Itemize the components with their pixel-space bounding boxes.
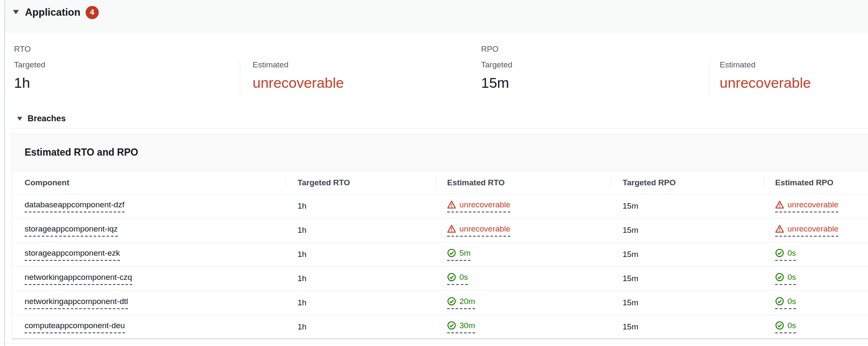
status-text: 30m (459, 321, 475, 330)
estimated-rto-status[interactable]: 0s (447, 273, 468, 285)
targeted-rto-cell: 1h (286, 194, 435, 218)
estimated-rto-status[interactable]: 5m (447, 248, 470, 261)
rto-targeted-stat: Targeted 1h (14, 60, 45, 91)
application-section-title: Application (25, 6, 81, 18)
status-text: unrecoverable (459, 224, 510, 234)
estimated-rpo-status[interactable]: unrecoverable (775, 224, 838, 237)
status-text: 0s (787, 273, 796, 282)
estimated-rto-status[interactable]: unrecoverable (447, 224, 510, 237)
column-header-targeted-rpo: Targeted RPO (611, 171, 763, 194)
rto-targeted-value: 1h (14, 74, 45, 91)
bottom-divider (0, 343, 868, 344)
status-text: 0s (787, 321, 796, 330)
rpo-estimated-stat: Estimated unrecoverable (720, 60, 811, 91)
targeted-rto-cell: 1h (286, 243, 435, 266)
estimated-rpo-status[interactable]: 0s (775, 321, 796, 333)
success-icon (775, 321, 784, 330)
table-row: computeappcomponent-deu 1h 30m 15m 0s (12, 315, 868, 339)
component-link[interactable]: computeappcomponent-deu (25, 321, 125, 333)
estimated-rto-rpo-panel: Estimated RTO and RPO Component Targeted… (12, 134, 868, 339)
status-text: unrecoverable (787, 200, 838, 209)
column-header-targeted-rto: Targeted RTO (286, 171, 435, 194)
rpo-group-label: RPO (481, 45, 498, 54)
table-row: storageappcomponent-iqz 1h unrecoverable… (12, 218, 868, 242)
targeted-rpo-cell: 15m (611, 218, 763, 242)
status-text: 0s (787, 297, 796, 306)
breaches-divider (10, 128, 868, 129)
targeted-rto-cell: 1h (286, 291, 435, 315)
rto-estimated-stat: Estimated unrecoverable (253, 60, 344, 91)
estimated-rto-status[interactable]: 30m (447, 321, 475, 333)
estimated-rpo-status[interactable]: 0s (775, 273, 796, 285)
component-link[interactable]: storageappcomponent-iqz (25, 224, 118, 237)
targeted-rto-cell: 1h (286, 218, 435, 242)
warning-icon (447, 200, 456, 209)
component-link[interactable]: storageappcomponent-ezk (25, 248, 120, 261)
component-link[interactable]: networkingappcomponent-czq (25, 273, 132, 285)
panel-title: Estimated RTO and RPO (25, 147, 138, 158)
component-link[interactable]: databaseappcomponent-dzf (25, 200, 125, 212)
table-row: networkingappcomponent-czq 1h 0s 15m 0s (12, 266, 868, 290)
targeted-rto-cell: 1h (286, 267, 435, 290)
success-icon (447, 273, 456, 282)
estimated-rpo-status[interactable]: unrecoverable (775, 200, 838, 212)
stat-label: Targeted (481, 60, 512, 70)
column-header-estimated-rto: Estimated RTO (435, 171, 611, 194)
rpo-targeted-stat: Targeted 15m (481, 60, 512, 91)
success-icon (775, 248, 784, 257)
chevron-down-icon (13, 8, 19, 16)
application-section-toggle[interactable]: Application 4 (13, 5, 99, 20)
warning-icon (775, 200, 784, 209)
application-header-strip (5, 0, 868, 33)
success-icon (447, 248, 456, 257)
targeted-rpo-cell: 15m (611, 243, 763, 266)
targeted-rpo-cell: 15m (611, 315, 763, 339)
rto-estimated-value: unrecoverable (253, 74, 344, 91)
warning-icon (447, 224, 456, 233)
breaches-section-toggle[interactable]: Breaches (17, 114, 66, 123)
targeted-rto-cell: 1h (286, 315, 435, 339)
rto-column-divider (240, 59, 240, 95)
targeted-rpo-cell: 15m (611, 291, 763, 315)
table-row: networkingappcomponent-dtl 1h 20m 15m 0s (12, 290, 868, 315)
warning-icon (775, 224, 784, 233)
targeted-rpo-cell: 15m (611, 267, 763, 290)
chevron-down-icon (17, 115, 22, 123)
left-rail-divider (4, 0, 5, 346)
rpo-estimated-value: unrecoverable (720, 74, 811, 91)
estimated-rto-status[interactable]: 20m (447, 297, 475, 309)
table-header-row: Component Targeted RTO Estimated RTO Tar… (12, 171, 868, 194)
breaches-section-title: Breaches (28, 114, 66, 123)
column-header-estimated-rpo: Estimated RPO (763, 171, 868, 194)
estimated-rpo-status[interactable]: 0s (775, 297, 796, 309)
targeted-rpo-cell: 15m (611, 194, 763, 218)
table-row: storageappcomponent-ezk 1h 5m 15m 0s (12, 242, 868, 266)
stat-label: Estimated (720, 60, 811, 70)
rto-group-label: RTO (14, 45, 31, 54)
component-link[interactable]: networkingappcomponent-dtl (25, 297, 128, 309)
rpo-targeted-value: 15m (481, 74, 512, 91)
stat-label: Estimated (253, 60, 344, 70)
panel-header: Estimated RTO and RPO (12, 134, 868, 171)
status-text: 5m (459, 248, 470, 258)
column-header-component: Component (12, 171, 286, 194)
status-text: 0s (787, 248, 796, 258)
success-icon (447, 297, 456, 306)
rpo-column-divider (709, 59, 709, 95)
breach-count-badge: 4 (86, 6, 99, 19)
estimated-rto-status[interactable]: unrecoverable (447, 200, 510, 212)
status-text: unrecoverable (787, 224, 838, 234)
status-text: 0s (459, 273, 468, 282)
status-text: 20m (459, 297, 475, 306)
success-icon (775, 297, 784, 306)
success-icon (775, 273, 784, 282)
table-row: databaseappcomponent-dzf 1h unrecoverabl… (12, 194, 868, 218)
status-text: unrecoverable (459, 200, 510, 209)
estimated-rpo-status[interactable]: 0s (775, 248, 796, 261)
stat-label: Targeted (14, 60, 45, 70)
success-icon (447, 321, 456, 330)
